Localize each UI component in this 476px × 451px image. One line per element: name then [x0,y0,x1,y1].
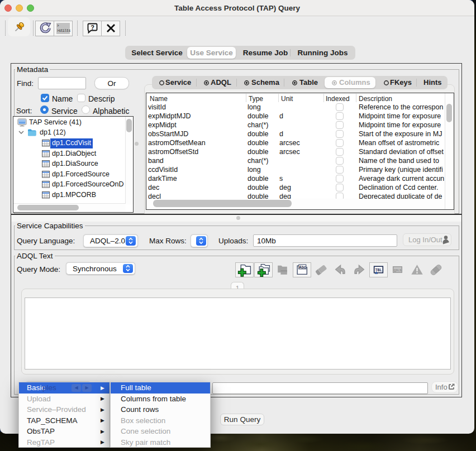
svg-text:Abc: Abc [299,265,306,269]
svg-text:?: ? [91,24,94,31]
